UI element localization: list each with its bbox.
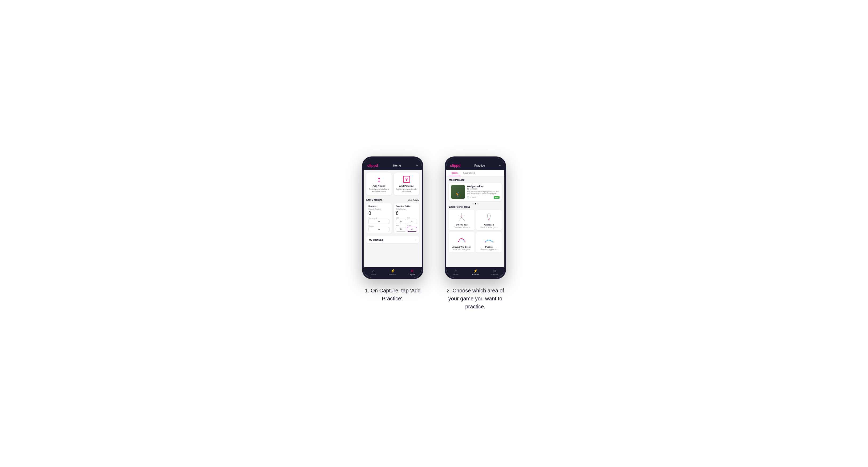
- phone-1: clippd Home ≡: [362, 156, 423, 279]
- drill-description: Play 1 shot at each target yardage. If y…: [467, 191, 500, 195]
- add-round-title: Add Round: [372, 185, 385, 187]
- nav-activities-label-2: Activities: [472, 274, 479, 275]
- putt-value: 4: [407, 227, 417, 231]
- rounds-capture-label: Rounds Capture: [368, 208, 390, 210]
- chevron-right-icon: ›: [415, 238, 416, 241]
- capture-icon-2: ⊕: [493, 269, 496, 273]
- last-3-months-label: Last 3 Months: [366, 198, 382, 201]
- shots-count: 9 shots: [470, 196, 476, 198]
- action-cards-row: Add Round Record your shots fast or enha…: [364, 170, 422, 197]
- svg-line-10: [462, 215, 465, 217]
- phone-2: clippd Practice ≡ Drills Favourites Most…: [445, 156, 506, 279]
- off-the-tee-title: Off The Tee: [456, 224, 467, 226]
- add-round-card[interactable]: Add Round Record your shots fast or enha…: [366, 173, 392, 195]
- explore-title: Explore skill areas: [449, 206, 502, 208]
- activities-icon-2: ⚡: [473, 269, 478, 273]
- add-practice-card[interactable]: Add Practice Capture your practice off-t…: [394, 173, 419, 195]
- svg-rect-1: [378, 182, 380, 182]
- featured-drill-card[interactable]: 🏌️ Wedge Ladder 50–100 yds Play 1 shot a…: [449, 183, 502, 201]
- drill-name: Wedge Ladder: [467, 185, 500, 188]
- stats-grid: Rounds Rounds Capture 0 Tournament 0 Pra…: [364, 202, 422, 235]
- drills-total: 8: [396, 211, 417, 216]
- nav-capture-label-2: Capture: [491, 274, 498, 275]
- hamburger-icon-1[interactable]: ≡: [416, 164, 418, 167]
- hamburger-icon-2[interactable]: ≡: [499, 164, 501, 167]
- app-logo-1: clippd: [367, 163, 378, 168]
- home-icon-1: ⌂: [372, 269, 374, 273]
- bottom-nav-1: ⌂ Home ⚡ Activities ⊕ Capture: [364, 267, 422, 278]
- approach-diagram: [483, 212, 495, 223]
- tournament-value: 0: [368, 219, 390, 224]
- app-header-1: clippd Home ≡: [364, 161, 422, 170]
- arg-label: ARG: [396, 225, 406, 226]
- off-the-tee-diagram: [456, 212, 468, 223]
- dot-3: [477, 203, 478, 205]
- tab-favourites[interactable]: Favourites: [460, 170, 478, 176]
- app-value: 4: [407, 219, 417, 224]
- nav-home-label-1: Home: [371, 274, 376, 275]
- putt-label: PUTT: [407, 225, 417, 226]
- skill-approach[interactable]: Approach Dial-in to hit the green: [476, 210, 502, 230]
- home-title: Home: [393, 164, 401, 167]
- svg-line-6: [459, 217, 462, 221]
- nav-home-label-2: Home: [454, 274, 459, 275]
- bottom-nav-2: ⌂ Home ⚡ Activities ⊕ Capture: [446, 267, 504, 278]
- svg-point-2: [406, 178, 407, 180]
- dot-2: [475, 203, 476, 205]
- drill-badge: APP: [494, 196, 500, 199]
- tabs-row: Drills Favourites: [446, 170, 504, 177]
- nav-home-1[interactable]: ⌂ Home: [364, 269, 383, 275]
- practice-title: Practice: [474, 164, 485, 167]
- golf-bag-row[interactable]: My Golf Bag ›: [366, 236, 419, 243]
- practice-drills-box: Practice Drills Drills Capture 8 OTT 0 A…: [394, 204, 419, 234]
- practice-content: Most Popular 🏌️ Wedge Ladder 50–100 yds …: [446, 177, 504, 267]
- around-the-green-sub: Hone your short game: [453, 248, 470, 250]
- approach-title: Approach: [484, 224, 494, 226]
- svg-line-8: [462, 217, 465, 221]
- add-round-subtitle: Record your shots fast or enhanced mode: [368, 188, 390, 193]
- add-round-icon: [375, 175, 383, 184]
- practice-value: 0: [368, 227, 390, 232]
- drill-yardage: 50–100 yds: [467, 188, 500, 190]
- golf-bag-label: My Golf Bag: [369, 239, 383, 241]
- nav-capture-2[interactable]: ⊕ Capture: [485, 269, 504, 275]
- nav-activities-2[interactable]: ⚡ Activities: [466, 269, 485, 275]
- capture-icon-1: ⊕: [410, 269, 414, 273]
- nav-home-2[interactable]: ⌂ Home: [446, 269, 466, 275]
- putting-sub: Make and lag practice: [480, 248, 497, 250]
- dot-1: [472, 203, 474, 205]
- putting-diagram: [483, 234, 495, 245]
- home-icon-2: ⌂: [455, 269, 457, 273]
- nav-capture-label-1: Capture: [409, 274, 415, 275]
- skill-putting[interactable]: Putting Make and lag practice: [476, 232, 502, 252]
- skill-off-the-tee[interactable]: Off The Tee Power and accuracy: [449, 210, 474, 230]
- ott-value: 0: [396, 219, 406, 224]
- skill-grid: Off The Tee Power and accuracy: [449, 210, 502, 252]
- nav-activities-1[interactable]: ⚡ Activities: [383, 269, 403, 275]
- view-activity-link[interactable]: View Activity: [408, 199, 419, 201]
- app-content-1: Add Round Record your shots fast or enha…: [364, 170, 422, 267]
- practice-label: Practice: [368, 225, 390, 227]
- nav-capture-1[interactable]: ⊕ Capture: [402, 269, 422, 275]
- most-popular-title: Most Popular: [449, 179, 502, 181]
- drills-capture-label: Drills Capture: [396, 208, 417, 210]
- featured-drill-info: Wedge Ladder 50–100 yds Play 1 shot at e…: [467, 185, 500, 199]
- approach-sub: Dial-in to hit the green: [480, 226, 497, 228]
- tab-drills[interactable]: Drills: [449, 170, 460, 176]
- add-practice-title: Add Practice: [399, 185, 414, 187]
- stats-header: Last 3 Months View Activity: [364, 197, 422, 202]
- around-the-green-title: Around The Green: [453, 246, 471, 248]
- phone-1-section: clippd Home ≡: [362, 156, 423, 303]
- putting-title: Putting: [485, 246, 493, 248]
- add-practice-icon: [402, 175, 411, 184]
- skill-around-the-green[interactable]: Around The Green Hone your short game: [449, 232, 474, 252]
- practice-drills-title: Practice Drills: [396, 205, 417, 207]
- status-bar-1: [364, 158, 422, 161]
- golfer-figure: 🏌️: [455, 192, 461, 198]
- status-bar-2: [446, 158, 504, 161]
- tournament-label: Tournament: [368, 217, 390, 219]
- caption-1: 1. On Capture, tap 'Add Practice'.: [362, 286, 423, 303]
- svg-line-9: [458, 215, 462, 217]
- ott-label: OTT: [396, 217, 406, 219]
- carousel-dots: [449, 203, 502, 205]
